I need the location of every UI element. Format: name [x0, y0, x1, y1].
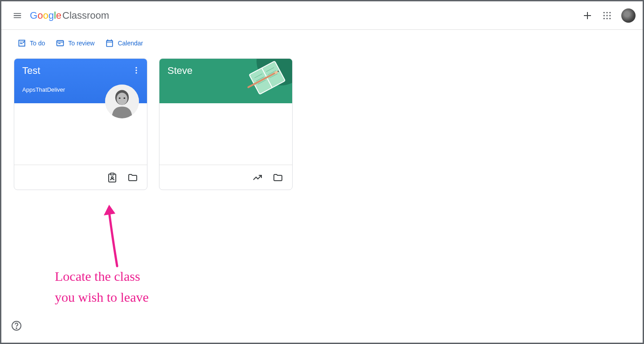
apps-grid-icon	[603, 11, 611, 20]
logo-letter: g	[49, 10, 54, 21]
svg-point-16	[119, 97, 121, 99]
svg-point-1	[606, 12, 607, 13]
class-cards-grid: Test AppsThatDeliver	[1, 53, 643, 190]
class-card-body	[14, 103, 147, 165]
annotation-text: Locate the class you wish to leave	[55, 266, 149, 308]
toreview-label: To review	[68, 40, 94, 47]
svg-point-3	[603, 15, 605, 16]
teacher-avatar[interactable]	[105, 85, 139, 118]
folder-icon	[273, 172, 283, 183]
svg-point-17	[123, 97, 125, 99]
google-classroom-logo[interactable]: Google Classroom	[30, 10, 109, 21]
class-card-footer	[159, 165, 292, 190]
svg-point-7	[606, 18, 607, 19]
svg-marker-35	[104, 205, 115, 215]
logo-letter: G	[30, 10, 37, 21]
person-photo	[105, 85, 139, 118]
class-title[interactable]: Test	[22, 65, 139, 77]
annotation-arrow	[104, 204, 130, 271]
open-your-work-button[interactable]	[106, 171, 118, 184]
class-card-steve[interactable]: Steve	[159, 58, 293, 190]
class-card-header: Steve	[159, 59, 292, 103]
class-card-footer	[14, 165, 147, 190]
svg-point-8	[609, 18, 611, 19]
svg-point-12	[135, 72, 137, 73]
class-options-button[interactable]	[128, 62, 144, 78]
assignment-person-icon	[107, 172, 118, 183]
more-vert-icon	[132, 66, 141, 75]
svg-point-19	[111, 177, 113, 178]
top-bar: Google Classroom	[1, 1, 643, 30]
plus-icon	[582, 10, 593, 21]
todo-label: To do	[30, 40, 45, 47]
help-button[interactable]	[11, 320, 24, 333]
svg-point-2	[609, 12, 611, 13]
account-avatar[interactable]	[621, 8, 636, 23]
quick-links-bar: To do To review Calendar	[1, 30, 643, 53]
todo-link[interactable]: To do	[17, 39, 45, 48]
logo-letter: e	[56, 10, 61, 21]
main-menu-button[interactable]	[8, 7, 26, 24]
google-apps-button[interactable]	[598, 7, 616, 24]
svg-point-6	[603, 18, 605, 19]
create-or-join-button[interactable]	[579, 7, 596, 24]
class-card-body	[159, 103, 292, 165]
svg-point-0	[603, 12, 605, 13]
svg-point-4	[606, 15, 607, 16]
review-icon	[56, 39, 65, 48]
calendar-label: Calendar	[118, 40, 143, 47]
class-card-test[interactable]: Test AppsThatDeliver	[14, 58, 147, 190]
svg-point-15	[117, 93, 127, 105]
todo-icon	[17, 39, 26, 48]
svg-point-10	[135, 67, 137, 69]
open-gradebook-button[interactable]	[251, 171, 264, 184]
help-icon	[11, 320, 22, 331]
hamburger-icon	[12, 11, 22, 20]
open-folder-button[interactable]	[272, 171, 284, 184]
svg-point-37	[16, 328, 17, 329]
logo-letter: o	[43, 10, 48, 21]
svg-point-11	[135, 69, 137, 71]
svg-rect-18	[110, 173, 114, 175]
svg-point-5	[609, 15, 611, 16]
annotation-line: you wish to leave	[55, 290, 149, 304]
trending-up-icon	[252, 172, 263, 183]
folder-icon	[127, 172, 138, 183]
product-name: Classroom	[62, 10, 109, 21]
calendar-icon	[105, 39, 114, 48]
logo-letter: o	[37, 10, 43, 21]
toreview-link[interactable]: To review	[56, 39, 94, 48]
open-folder-button[interactable]	[126, 171, 139, 184]
annotation-line: Locate the class	[55, 269, 140, 283]
calendar-link[interactable]: Calendar	[105, 39, 143, 48]
notebook-decoration	[239, 59, 292, 103]
